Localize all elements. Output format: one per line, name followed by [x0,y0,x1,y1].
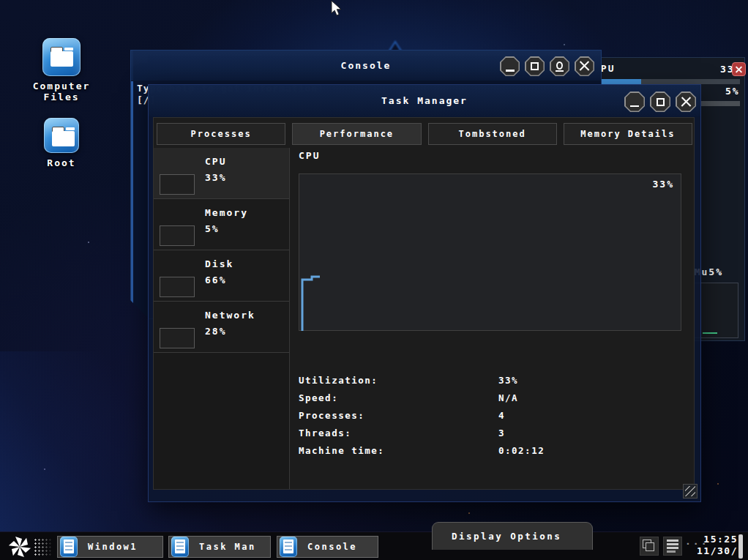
taskbar-task-taskman[interactable]: Task Man [168,536,271,558]
folder-icon [44,118,79,153]
close-icon [578,60,591,72]
taskbar-task-console[interactable]: Console [277,536,378,558]
document-icon [60,537,78,557]
shade-button[interactable] [550,56,569,76]
detail-row-machine-time: Machine time: 0:02:12 [299,445,679,461]
task-manager-window: Task Manager Processes Performance Tombs… [148,84,701,502]
display-options-button[interactable]: Display Options [432,522,593,550]
tab-processes[interactable]: Processes [157,123,285,145]
sidebar-item-name: Disk [205,258,233,269]
task-label: Console [307,542,357,552]
minimize-button[interactable] [624,92,645,112]
tab-memory-details[interactable]: Memory Details [564,123,692,145]
sidebar-item-disk[interactable]: Disk 66% [154,250,289,302]
task-manager-titlebar[interactable]: Task Manager [149,85,700,117]
window-switcher-button[interactable] [640,537,659,556]
detail-row-speed: Speed: N/A [299,392,679,408]
display-options-label: Display Options [452,531,561,542]
task-label: Task Man [199,542,256,552]
desktop-icon-label: Root [18,157,105,168]
cpu-usage-line [299,174,682,332]
performance-sidebar: CPU 33% Memory 5% Disk 66% Network 28% [154,148,290,489]
disk-mini-graph [160,277,195,297]
sidebar-item-memory[interactable]: Memory 5% [154,199,289,250]
tab-performance[interactable]: Performance [292,123,421,145]
sidebar-item-value: 33% [205,172,226,183]
memory-mini-graph [160,225,195,246]
detail-value: 33% [498,375,518,386]
sidebar-item-network[interactable]: Network 28% [154,302,289,353]
clock-time: 15:25 [697,534,738,545]
desktop: Computer Files Root CPU 33 5% RAMu5% Con… [0,0,748,560]
performance-main-panel: CPU 33% Utilization: 33% Speed: N/A Proc… [291,148,694,489]
task-manager-content: Processes Performance Tombstoned Memory … [153,117,695,490]
detail-label: Processes: [299,410,364,421]
background-stars [0,0,1,1]
task-label: Window1 [88,542,138,552]
menu-list-button[interactable] [663,537,682,556]
sidebar-item-name: CPU [205,156,226,167]
taskbar-clock[interactable]: 15:25 11/30/ [697,534,738,556]
cpu-usage-graph: 33% [299,173,681,331]
tab-bar: Processes Performance Tombstoned Memory … [157,123,692,145]
sidebar-item-value: 66% [205,275,226,285]
cpu-progress-bar [588,79,740,84]
detail-label: Threads: [299,428,351,438]
start-dot-matrix [34,538,53,556]
mouse-cursor [329,0,344,18]
detail-value: 4 [498,410,505,421]
sidebar-item-value: 28% [205,326,226,337]
close-icon[interactable] [732,62,746,76]
section-title: CPU [299,150,320,161]
clock-date: 11/30/ [697,545,738,556]
document-icon [171,537,189,557]
detail-label: Machine time: [299,445,384,456]
network-mini-graph [160,328,195,348]
folder-icon [42,38,81,76]
shade-icon [556,61,564,72]
monitor-ram-value: 5% [725,86,740,97]
maximize-icon [657,98,665,106]
layers-icon [643,540,656,553]
taskbar: Window1 Task Man Console Display Options… [0,531,748,560]
document-icon [280,537,297,557]
list-icon [667,540,678,553]
ram-graph-line [703,332,717,334]
tab-tombstoned[interactable]: Tombstoned [428,123,557,145]
detail-label: Utilization: [299,375,378,386]
minimize-icon [630,105,639,108]
close-icon [680,96,692,108]
sidebar-item-value: 5% [205,223,220,234]
close-button[interactable] [575,56,594,76]
minimize-button[interactable] [500,56,520,76]
task-manager-title: Task Manager [381,95,468,106]
cpu-mini-graph [160,174,195,195]
sidebar-item-name: Network [205,310,255,321]
minimize-icon [506,70,515,72]
sidebar-item-cpu[interactable]: CPU 33% [154,148,289,199]
detail-value: N/A [498,392,518,403]
detail-value: 3 [498,428,505,438]
maximize-button[interactable] [650,92,670,112]
start-menu-icon[interactable] [7,534,34,559]
detail-row-threads: Threads: 3 [299,428,679,444]
console-window-title: Console [341,60,392,71]
maximize-button[interactable] [525,56,545,76]
show-desktop-edge[interactable] [738,534,743,559]
detail-row-processes: Processes: 4 [299,410,679,426]
detail-label: Speed: [299,392,338,403]
detail-value: 0:02:12 [498,445,545,456]
detail-row-utilization: Utilization: 33% [299,375,679,391]
resize-grip-icon[interactable] [683,484,697,499]
desktop-icon-label: Computer Files [18,81,105,102]
taskbar-task-window1[interactable]: Window1 [57,536,163,558]
close-button[interactable] [676,92,696,112]
maximize-icon [531,62,539,70]
desktop-icon-root[interactable]: Root [18,118,105,168]
desktop-icon-computer-files[interactable]: Computer Files [18,38,105,102]
sidebar-item-name: Memory [205,207,248,218]
